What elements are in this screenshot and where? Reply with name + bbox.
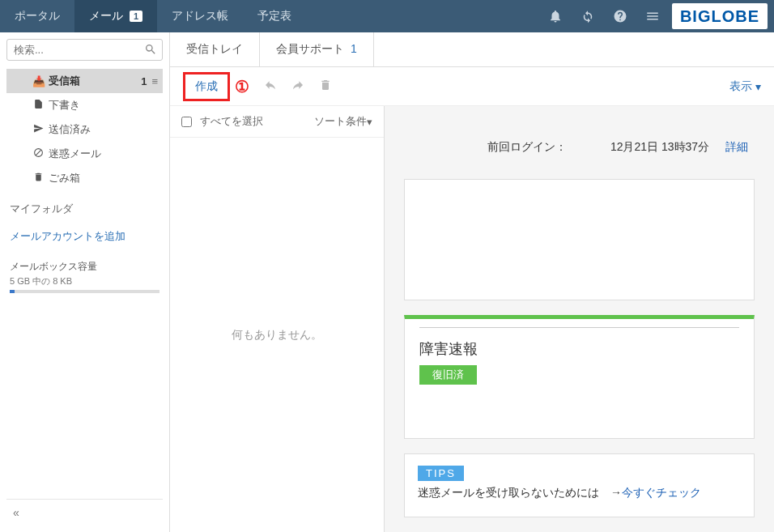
compose-button[interactable]: 作成 [187, 76, 226, 97]
delete-icon[interactable] [319, 79, 332, 94]
chevron-down-icon: ▾ [755, 80, 761, 93]
notifications-icon[interactable] [539, 0, 572, 32]
ad-card [404, 179, 755, 300]
reply-icon[interactable] [264, 79, 277, 94]
list-header: すべてを選択 ソート条件 ▾ [170, 106, 384, 138]
tips-text: 迷惑メールを受け取らないためには → [418, 486, 622, 499]
view-dropdown[interactable]: 表示 ▾ [729, 79, 761, 94]
login-label: 前回ログイン： [487, 140, 567, 153]
quota-bar [10, 290, 159, 293]
folder-label: 迷惑メール [49, 147, 101, 161]
folder-inbox[interactable]: 📥 受信箱 1 ≡ [6, 69, 163, 93]
quota-section: メールボックス容量 5 GB 中の 8 KB [6, 252, 163, 296]
search-icon[interactable] [144, 43, 157, 58]
tab-support[interactable]: 会員サポート 1 [260, 32, 374, 66]
sort-dropdown[interactable]: ソート条件 ▾ [314, 114, 372, 129]
content-area: 受信トレイ 会員サポート 1 作成 ① 表示 ▾ [170, 32, 774, 532]
login-detail-link[interactable]: 詳細 [725, 140, 748, 153]
nav-tab-mail[interactable]: メール 1 [74, 0, 157, 32]
tips-link[interactable]: 今すぐチェック [622, 486, 701, 499]
login-time: 12月21日 13時37分 [610, 140, 709, 153]
quota-text: 5 GB 中の 8 KB [10, 275, 159, 287]
annotation-number: ① [235, 77, 249, 96]
trash-icon [32, 172, 44, 185]
draft-icon [32, 99, 44, 112]
quota-title: メールボックス容量 [10, 260, 159, 274]
inbox-icon: 📥 [32, 75, 44, 87]
folder-label: 送信済み [49, 122, 91, 137]
message-list-panel: すべてを選択 ソート条件 ▾ 何もありません。 [170, 106, 385, 532]
folder-count: 1 [141, 75, 147, 87]
folder-label: 受信箱 [49, 74, 80, 88]
sort-label: ソート条件 [314, 114, 367, 129]
collapse-sidebar-icon[interactable]: « [13, 506, 19, 519]
tips-badge: TIPS [418, 466, 464, 481]
tips-text-row: 迷惑メールを受け取らないためには →今すぐチェック [418, 486, 741, 500]
incident-title: 障害速報 [419, 327, 739, 359]
tab-label: 受信トレイ [186, 42, 243, 55]
preview-panel: 前回ログイン： 12月21日 13時37分 詳細 障害速報 復旧済 TIPS 迷… [385, 106, 774, 532]
select-all-checkbox[interactable] [181, 117, 192, 127]
nav-tab-badge: 1 [130, 11, 142, 22]
folder-trash[interactable]: ごみ箱 [6, 166, 163, 190]
last-login-info: 前回ログイン： 12月21日 13時37分 詳細 [404, 122, 755, 179]
folder-label: ごみ箱 [49, 171, 80, 185]
add-account-link[interactable]: メールアカウントを追加 [6, 221, 163, 252]
refresh-icon[interactable] [572, 0, 604, 32]
content-tabs: 受信トレイ 会員サポート 1 [170, 32, 774, 67]
select-all-label: すべてを選択 [200, 114, 263, 129]
nav-tab-calendar[interactable]: 予定表 [243, 0, 306, 32]
folder-list: 📥 受信箱 1 ≡ 下書き 送信済み 迷惑メール ごみ箱 [6, 69, 163, 190]
tab-count: 1 [351, 42, 357, 55]
nav-tab-label: ポータル [15, 9, 60, 23]
sidebar-footer: « [6, 499, 163, 526]
folder-sent[interactable]: 送信済み [6, 117, 163, 142]
myfolder-label: マイフォルダ [6, 190, 163, 221]
folder-menu-icon[interactable]: ≡ [151, 75, 158, 87]
nav-tab-label: メール [89, 9, 123, 23]
menu-icon[interactable] [636, 0, 669, 32]
folder-drafts[interactable]: 下書き [6, 93, 163, 117]
search-box [6, 39, 163, 61]
tips-card: TIPS 迷惑メールを受け取らないためには →今すぐチェック [404, 453, 755, 517]
top-nav: ポータル メール 1 アドレス帳 予定表 BIGLOBE [0, 0, 774, 32]
folder-spam[interactable]: 迷惑メール [6, 142, 163, 166]
chevron-down-icon: ▾ [367, 116, 372, 128]
nav-tab-label: 予定表 [257, 9, 291, 23]
compose-highlight: 作成 [183, 72, 230, 101]
spam-icon [32, 147, 44, 160]
tab-label: 会員サポート [276, 42, 344, 55]
brand-logo: BIGLOBE [672, 3, 768, 29]
help-icon[interactable] [604, 0, 636, 32]
incident-card: 障害速報 復旧済 [404, 315, 755, 439]
toolbar: 作成 ① 表示 ▾ [170, 67, 774, 106]
tab-inbox[interactable]: 受信トレイ [170, 32, 260, 66]
nav-tab-addressbook[interactable]: アドレス帳 [157, 0, 243, 32]
sent-icon [32, 123, 44, 136]
logo-text: BIGLOBE [680, 7, 759, 26]
view-label: 表示 [729, 79, 752, 94]
sidebar: 📥 受信箱 1 ≡ 下書き 送信済み 迷惑メール ごみ箱 マイフォルダ [0, 32, 170, 532]
empty-message: 何もありません。 [170, 138, 384, 532]
search-input[interactable] [6, 39, 163, 61]
nav-tab-portal[interactable]: ポータル [0, 0, 74, 32]
forward-icon[interactable] [291, 79, 304, 94]
incident-status: 復旧済 [419, 365, 477, 385]
folder-label: 下書き [49, 98, 80, 113]
nav-tab-label: アドレス帳 [172, 9, 228, 23]
